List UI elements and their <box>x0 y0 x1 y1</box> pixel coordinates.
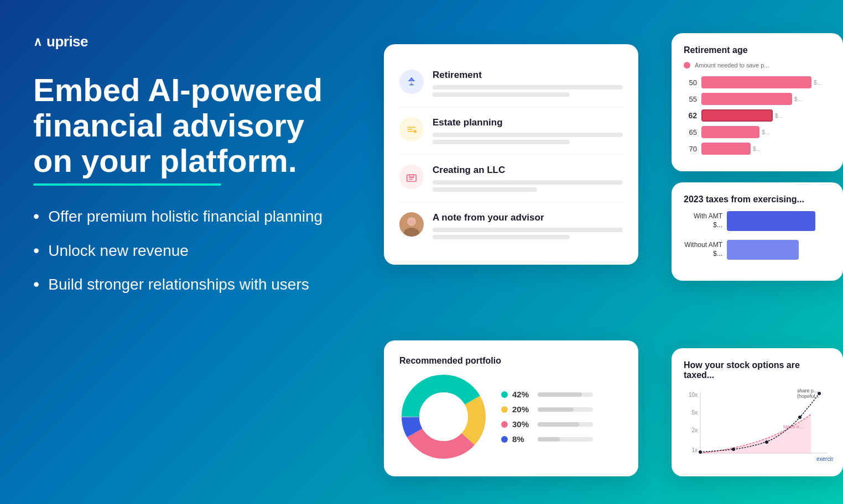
bar-container-65: $... <box>701 126 831 138</box>
bar-fill-70 <box>701 143 751 155</box>
bar-container-70: $... <box>701 143 831 155</box>
headline: Embed AI-powered financial advisory on y… <box>33 72 354 178</box>
card-taxes: 2023 taxes from exercising... With AMT$.… <box>672 182 843 281</box>
line1 <box>433 228 623 232</box>
tax-bar-amt-fill <box>727 211 815 231</box>
legend-circle-teal <box>501 391 508 398</box>
legend-text: Amount needed to save p... <box>695 62 769 69</box>
bar-55: 55 $... <box>684 93 831 105</box>
retirement-title: Retirement <box>433 70 623 81</box>
bar-65: 65 $... <box>684 126 831 138</box>
bullet-2: Unlock new revenue <box>33 240 354 261</box>
svg-text:taxes o...: taxes o... <box>783 424 804 429</box>
advisor-title: A note from your advisor <box>433 212 623 223</box>
retirement-icon <box>399 70 424 94</box>
age-62: 62 <box>684 111 697 120</box>
svg-point-18 <box>419 392 468 441</box>
headline-underline <box>33 183 221 186</box>
portfolio-inner: 42% 20% 30% 8% <box>399 372 623 461</box>
bullet-1: Offer premium holistic financial plannin… <box>33 206 354 227</box>
legend-pct-30: 30% <box>512 419 533 429</box>
retirement-legend: Amount needed to save p... <box>684 62 831 69</box>
svg-point-29 <box>765 440 768 444</box>
svg-text:5x: 5x <box>691 410 698 416</box>
cards-area: Retirement Estate planning <box>362 0 843 504</box>
line1 <box>433 85 623 90</box>
legend-teal: 42% <box>501 390 593 399</box>
line2 <box>433 235 570 239</box>
bar-container-55: $... <box>701 93 831 105</box>
legend-bar-30 <box>538 422 593 427</box>
legend-circle-pink <box>501 421 508 428</box>
portfolio-title: Recommended portfolio <box>399 356 623 366</box>
tax-bar-with-amt: With AMT$... <box>684 211 831 231</box>
legend-bar-8 <box>538 437 593 442</box>
legend-bar-20 <box>538 407 593 412</box>
legend-pct-42: 42% <box>512 390 533 399</box>
bar-62: 62 $... <box>684 109 831 122</box>
bar-fill-65 <box>701 126 759 138</box>
tax-bar-no-amt-fill <box>727 240 799 260</box>
headline-line2: financial advisory <box>33 108 354 143</box>
tax-label-no-amt: Without AMT$... <box>684 241 722 258</box>
age-70: 70 <box>684 145 697 153</box>
portfolio-legend: 42% 20% 30% 8% <box>501 390 593 444</box>
line1 <box>433 180 623 185</box>
legend-dot <box>684 62 690 69</box>
svg-rect-8 <box>409 175 413 177</box>
tax-bar-without-amt: Without AMT$... <box>684 240 831 260</box>
svg-text:(hopeful...: (hopeful... <box>797 393 819 399</box>
estate-icon <box>399 117 424 141</box>
bullet-3: Build stronger relationships with users <box>33 274 354 295</box>
stock-chart: 10x 5x 2x 1x exercis... taxes o... <box>684 387 831 464</box>
svg-text:2x: 2x <box>691 427 698 433</box>
svg-point-27 <box>699 450 702 454</box>
age-50: 50 <box>684 78 697 87</box>
line1 <box>433 133 623 137</box>
card-main-list: Retirement Estate planning <box>384 44 638 265</box>
line2 <box>433 187 537 192</box>
bar-70: 70 $... <box>684 143 831 155</box>
legend-bar-42 <box>538 392 593 397</box>
bar-container-62: $... <box>701 109 831 122</box>
headline-line1: Embed AI-powered <box>33 72 354 108</box>
svg-point-30 <box>798 416 802 419</box>
legend-pink: 30% <box>501 419 593 429</box>
list-item-advisor: A note from your advisor <box>399 202 623 249</box>
age-55: 55 <box>684 95 697 103</box>
legend-circle-yellow <box>501 406 508 413</box>
bar-50: 50 $... <box>684 76 831 88</box>
svg-text:exercis...: exercis... <box>816 456 833 462</box>
llc-title: Creating an LLC <box>433 165 623 176</box>
logo-text: uprise <box>46 33 88 50</box>
llc-icon <box>399 165 424 189</box>
card-stock: How your stock options are taxed... 10x … <box>672 348 843 476</box>
line2 <box>433 140 570 144</box>
advisor-avatar <box>399 212 424 237</box>
estate-content: Estate planning <box>433 117 623 144</box>
line2 <box>433 92 570 97</box>
legend-pct-8: 8% <box>512 434 533 444</box>
svg-text:share p...: share p... <box>797 388 818 393</box>
bar-fill-62 <box>701 109 773 122</box>
feature-list: Offer premium holistic financial plannin… <box>33 206 354 295</box>
bar-fill-50 <box>701 76 811 88</box>
bar-container-50: $... <box>701 76 831 88</box>
legend-yellow: 20% <box>501 405 593 414</box>
list-item-llc: Creating an LLC <box>399 155 623 202</box>
bar-fill-55 <box>701 93 792 105</box>
legend-blue: 8% <box>501 434 593 444</box>
list-item-retirement: Retirement <box>399 60 623 107</box>
headline-line3: on your platform. <box>33 143 354 179</box>
legend-pct-20: 20% <box>512 405 533 414</box>
retirement-content: Retirement <box>433 70 623 97</box>
list-item-estate: Estate planning <box>399 107 623 155</box>
advisor-content: A note from your advisor <box>433 212 623 239</box>
estate-title: Estate planning <box>433 117 623 128</box>
donut-chart <box>399 372 488 461</box>
card-portfolio: Recommended portfolio <box>384 340 638 476</box>
tax-label-amt: With AMT$... <box>684 212 722 229</box>
logo: ∧ uprise <box>33 33 354 50</box>
left-section: ∧ uprise Embed AI-powered financial advi… <box>33 33 354 307</box>
svg-point-12 <box>407 217 416 226</box>
